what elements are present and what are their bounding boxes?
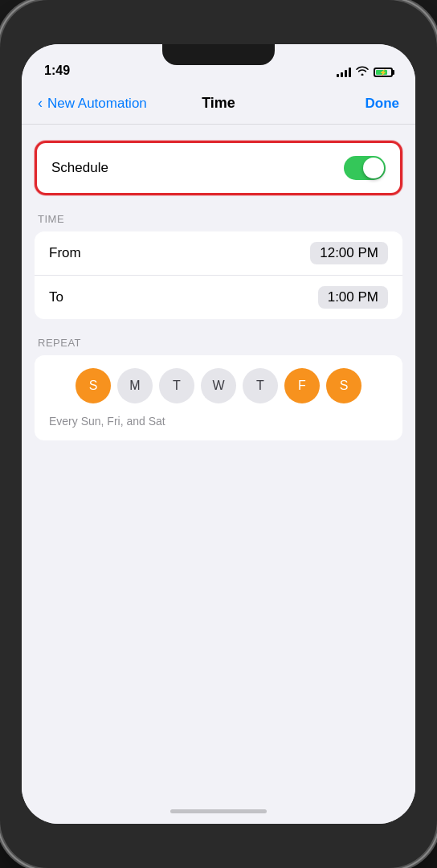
from-value: 12:00 PM [310, 242, 388, 264]
signal-bar-3 [345, 70, 347, 77]
time-card: From 12:00 PM To 1:00 PM [35, 231, 402, 319]
status-time: 1:49 [44, 63, 70, 78]
repeat-description: Every Sun, Fri, and Sat [49, 410, 388, 428]
to-row[interactable]: To 1:00 PM [35, 276, 402, 319]
time-section-label: TIME [35, 213, 402, 225]
battery-icon: ⚡ [374, 68, 393, 77]
status-icons: ⚡ [337, 66, 393, 78]
day-button-4[interactable]: T [243, 368, 278, 403]
signal-bar-4 [349, 68, 351, 77]
signal-bar-2 [341, 72, 343, 77]
day-button-0[interactable]: S [76, 368, 111, 403]
phone-screen: 1:49 ⚡ [22, 44, 415, 824]
toggle-track[interactable] [344, 156, 386, 180]
nav-bar: ‹ New Automation Time Done [22, 83, 415, 125]
from-label: From [49, 245, 81, 261]
schedule-label: Schedule [51, 160, 108, 176]
day-button-6[interactable]: S [326, 368, 361, 403]
to-label: To [49, 289, 63, 305]
day-button-5[interactable]: F [284, 368, 320, 403]
phone-frame: 1:49 ⚡ [0, 0, 437, 868]
home-bar [170, 809, 267, 813]
chevron-left-icon: ‹ [38, 95, 43, 112]
day-button-3[interactable]: W [201, 368, 236, 403]
day-button-1[interactable]: M [117, 368, 153, 403]
notch [162, 44, 275, 65]
wifi-icon [356, 66, 369, 78]
signal-icon [337, 68, 351, 77]
day-buttons-row: SMTWTFS [49, 368, 388, 403]
page-title: Time [202, 95, 235, 112]
back-label: New Automation [47, 96, 147, 112]
signal-bar-1 [337, 74, 339, 77]
to-value: 1:00 PM [318, 286, 388, 309]
home-indicator [22, 798, 415, 824]
from-row[interactable]: From 12:00 PM [35, 231, 402, 276]
done-button[interactable]: Done [366, 96, 400, 112]
schedule-toggle[interactable] [344, 156, 386, 180]
toggle-knob [363, 158, 384, 178]
back-button[interactable]: ‹ New Automation [38, 95, 147, 112]
schedule-card: Schedule [35, 141, 402, 195]
repeat-card: SMTWTFS Every Sun, Fri, and Sat [35, 355, 402, 440]
repeat-section-label: REPEAT [35, 337, 402, 349]
content-area: Schedule TIME From 12:00 PM To 1:00 PM [22, 125, 415, 798]
day-button-2[interactable]: T [159, 368, 194, 403]
